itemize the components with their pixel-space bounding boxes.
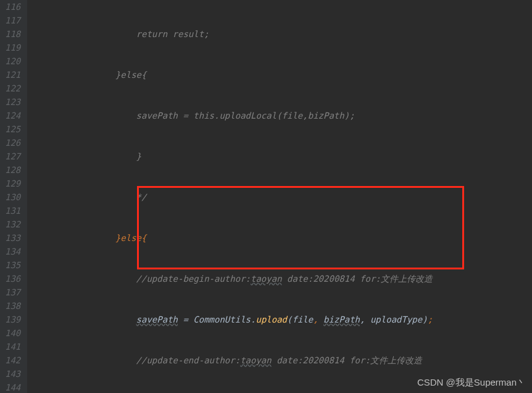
line-number: 137 — [5, 285, 20, 299]
code-token: taoyan — [240, 355, 272, 365]
code-token: //update-begin-author: — [136, 274, 251, 284]
code-token: } — [136, 151, 141, 161]
line-number: 128 — [5, 163, 20, 177]
code-line: */ — [27, 190, 532, 204]
line-number: 124 — [5, 109, 20, 122]
code-area[interactable]: return result; }else{ savePath = this.up… — [27, 0, 532, 393]
code-token: = CommonUtils. — [178, 315, 256, 324]
code-token: upload — [256, 315, 287, 324]
line-number: 135 — [5, 258, 20, 272]
line-number: 121 — [5, 68, 20, 82]
line-number: 123 — [5, 95, 20, 109]
code-token: return result; — [136, 29, 209, 39]
line-number: 138 — [5, 299, 20, 313]
line-number: 131 — [5, 204, 20, 218]
code-editor: 116 117 118 119 120 121 122 123 124 125 … — [0, 0, 532, 393]
line-number: 132 — [5, 218, 20, 231]
watermark-text: CSDN @我是Superman丶 — [417, 376, 526, 389]
code-token: bizPath — [323, 315, 360, 324]
code-token: , — [313, 315, 323, 324]
code-token: file — [292, 315, 313, 324]
line-number: 144 — [5, 381, 20, 393]
code-token: //update-end-author: — [136, 355, 241, 365]
code-line: //update-end-author:taoyan date:20200814… — [27, 353, 532, 367]
line-number: 125 — [5, 122, 20, 136]
line-number: 133 — [5, 231, 20, 245]
line-number: 117 — [5, 14, 20, 27]
line-number: 143 — [5, 367, 20, 381]
code-token: { — [141, 233, 146, 243]
code-token: }else{ — [115, 70, 147, 80]
code-line: }else{ — [27, 68, 532, 82]
code-token: ; — [428, 315, 433, 324]
code-line: savePath = CommonUtils.upload(file, bizP… — [27, 313, 532, 326]
code-line: } — [27, 150, 532, 163]
line-number: 139 — [5, 313, 20, 326]
line-number: 120 — [5, 54, 20, 68]
line-number: 141 — [5, 340, 20, 353]
line-number: 134 — [5, 245, 20, 258]
line-number: 129 — [5, 177, 20, 190]
line-number: 130 — [5, 190, 20, 204]
code-token: , uploadType) — [360, 315, 428, 324]
line-number: 127 — [5, 150, 20, 163]
code-token: date:20200814 for:文件上传改造 — [282, 274, 433, 284]
line-number: 140 — [5, 326, 20, 340]
code-line: return result; — [27, 27, 532, 41]
code-line: //update-begin-author:taoyan date:202008… — [27, 272, 532, 285]
line-number: 122 — [5, 82, 20, 95]
line-number: 126 — [5, 136, 20, 150]
line-number: 142 — [5, 353, 20, 367]
code-token: taoyan — [251, 274, 282, 284]
code-token: savePath — [136, 315, 178, 324]
code-token: else — [120, 233, 141, 243]
code-token: */ — [136, 192, 147, 202]
line-number: 118 — [5, 27, 20, 41]
line-number: 116 — [5, 0, 20, 14]
code-line: savePath = this.uploadLocal(file,bizPath… — [27, 109, 532, 122]
line-number: 136 — [5, 272, 20, 285]
code-token: savePath = this.uploadLocal(file,bizPath… — [136, 111, 355, 120]
code-token: date:20200814 for:文件上传改造 — [272, 355, 422, 365]
line-number: 119 — [5, 41, 20, 54]
code-line: }else{ — [27, 231, 532, 245]
line-gutter: 116 117 118 119 120 121 122 123 124 125 … — [0, 0, 27, 393]
